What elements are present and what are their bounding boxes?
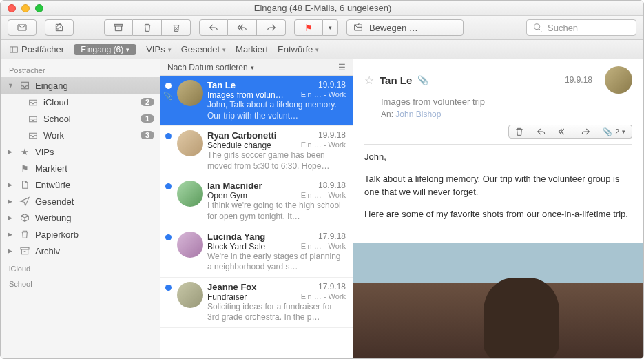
- reply-all-icon: [237, 22, 248, 33]
- sidebar-item-archiv[interactable]: ▶Archiv: [1, 243, 160, 259]
- search-input[interactable]: Suchen: [526, 19, 636, 36]
- flag-icon: ⚑: [19, 163, 31, 174]
- forward-button[interactable]: [257, 19, 286, 36]
- message-row[interactable]: Ryan Carbonetti19.9.18Schedule changeEin…: [160, 126, 353, 176]
- sidebar-item-vips[interactable]: ▶★VIPs: [1, 143, 160, 160]
- sidebar-item-papierkorb[interactable]: ▶Papierkorb: [1, 226, 160, 243]
- reply-group: [199, 19, 286, 36]
- tray-icon: [27, 113, 39, 124]
- reply-all-button[interactable]: [228, 19, 257, 36]
- chevron-down-icon: ▾: [222, 46, 226, 53]
- get-mail-button[interactable]: [8, 19, 37, 36]
- inbox-icon: [19, 80, 31, 91]
- delete-button[interactable]: [133, 19, 162, 36]
- reply-button[interactable]: [199, 19, 228, 36]
- disclosure-triangle-icon: ▶: [8, 198, 14, 205]
- reply-icon: [208, 22, 219, 33]
- fav-sent[interactable]: Gesendet▾: [181, 44, 226, 54]
- sidebar-item-gesendet[interactable]: ▶Gesendet: [1, 193, 160, 209]
- move-button[interactable]: Bewegen …: [346, 19, 464, 36]
- chevron-down-icon: ▾: [126, 46, 129, 53]
- trash-icon: [142, 22, 153, 33]
- message-mailbox: Ein … - Work: [301, 292, 346, 302]
- sidebar-item-label: Archiv: [35, 246, 154, 256]
- sidebar-item-markiert[interactable]: ⚑Markiert: [1, 160, 160, 176]
- junk-icon: [171, 22, 182, 33]
- reader-delete-button[interactable]: [508, 125, 530, 139]
- envelope-icon: [17, 22, 28, 33]
- sidebar-item-icloud[interactable]: iCloud2: [1, 94, 160, 110]
- message-mailbox: Ein … - Work: [301, 242, 346, 252]
- message-row[interactable]: Lucinda Yang17.9.18Block Yard SaleEin … …: [160, 227, 353, 278]
- sidebar: Postfächer ▼EingangiCloud2School1Work3▶★…: [1, 59, 160, 359]
- close-window-button[interactable]: [8, 4, 16, 12]
- sidebar-item-label: School: [43, 114, 136, 124]
- sidebar-section-icloud[interactable]: iCloud: [1, 259, 160, 274]
- trash-icon: [514, 126, 525, 137]
- fav-inbox[interactable]: Eingang (6)▾: [74, 44, 136, 55]
- flag-menu-button[interactable]: ▾: [323, 19, 338, 36]
- unread-dot-icon: [165, 83, 172, 89]
- forward-icon: [580, 126, 591, 137]
- chevron-down-icon: ▾: [329, 24, 332, 31]
- message-preview: The girls soccer game has been moved fro…: [207, 150, 346, 172]
- disclosure-triangle-icon: ▼: [8, 82, 14, 89]
- move-icon: [353, 22, 364, 33]
- reader-reply-all-button[interactable]: [552, 125, 574, 139]
- reader-attachments-button[interactable]: 📎2▾: [596, 125, 632, 139]
- send-icon: [19, 196, 31, 207]
- unread-badge: 2: [141, 98, 154, 106]
- chevron-down-icon: ▾: [622, 128, 625, 135]
- sidebar-item-label: Papierkorb: [35, 229, 154, 240]
- sidebar-item-entwürfe[interactable]: ▶Entwürfe: [1, 176, 160, 193]
- reader-to: An: John Bishop: [381, 110, 632, 119]
- fav-drafts[interactable]: Entwürfe▾: [278, 44, 319, 54]
- flag-button[interactable]: ⚑: [294, 19, 323, 36]
- sidebar-item-eingang[interactable]: ▼Eingang: [1, 77, 160, 94]
- message-mailbox: Ein … - Work: [301, 141, 346, 150]
- reader-paragraph: Here are some of my favorite shots from …: [364, 207, 632, 221]
- fav-flagged[interactable]: Markiert: [236, 44, 268, 54]
- message-from: Ian Macnider: [207, 181, 262, 191]
- message-subject: Schedule change: [207, 141, 271, 150]
- avatar: [177, 181, 203, 207]
- message-mailbox: Ein … - Work: [301, 90, 346, 100]
- unread-dot-icon: [165, 285, 172, 291]
- reader-reply-button[interactable]: [530, 125, 552, 139]
- archive-button[interactable]: [104, 19, 133, 36]
- search-placeholder: Suchen: [548, 23, 578, 33]
- mailboxes-toggle[interactable]: Postfächer: [9, 44, 64, 54]
- message-row[interactable]: Jeanne Fox17.9.18FundraiserEin … - WorkS…: [160, 278, 353, 328]
- disclosure-triangle-icon: ▶: [8, 148, 14, 155]
- reply-icon: [536, 126, 547, 137]
- star-icon: ★: [19, 147, 31, 157]
- reader-to-value: John Bishop: [395, 110, 441, 119]
- toolbar: ⚑ ▾ Bewegen … Suchen: [1, 16, 643, 40]
- message-date: 17.9.18: [318, 232, 346, 242]
- sidebar-item-label: Gesendet: [35, 196, 154, 207]
- compose-icon: [54, 22, 65, 33]
- message-row[interactable]: Ian Macnider18.9.18Open GymEin … - WorkI…: [160, 176, 353, 227]
- sidebar-item-work[interactable]: Work3: [1, 127, 160, 143]
- reader-forward-button[interactable]: [574, 125, 596, 139]
- minimize-window-button[interactable]: [21, 4, 30, 12]
- box-icon: [19, 212, 31, 223]
- message-date: 19.9.18: [318, 80, 346, 90]
- sidebar-item-school[interactable]: School1: [1, 110, 160, 127]
- sidebar-item-werbung[interactable]: ▶Werbung: [1, 209, 160, 226]
- vip-star-icon[interactable]: ☆: [364, 74, 374, 87]
- sidebar-section-school[interactable]: School: [1, 274, 160, 289]
- sort-header[interactable]: Nach Datum sortieren ▾ ☰: [160, 59, 353, 76]
- avatar: [177, 80, 203, 106]
- fav-vips[interactable]: VIPs▾: [146, 44, 171, 54]
- flag-icon: ⚑: [304, 23, 313, 33]
- junk-button[interactable]: [162, 19, 191, 36]
- tray-icon: [27, 96, 39, 107]
- zoom-window-button[interactable]: [35, 4, 43, 12]
- compose-button[interactable]: [45, 19, 74, 36]
- message-subject: Block Yard Sale: [207, 242, 265, 252]
- message-row[interactable]: 📎Tan Le19.9.18Images from volun…Ein … - …: [160, 76, 353, 126]
- disclosure-triangle-icon: ▶: [8, 247, 14, 254]
- filter-icon[interactable]: ☰: [338, 63, 346, 72]
- svg-point-0: [534, 24, 540, 30]
